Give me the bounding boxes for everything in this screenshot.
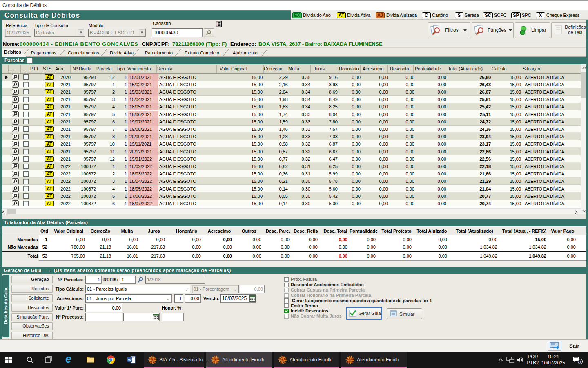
svg-text:1: 1 <box>579 360 581 364</box>
svg-text:W: W <box>128 358 132 362</box>
